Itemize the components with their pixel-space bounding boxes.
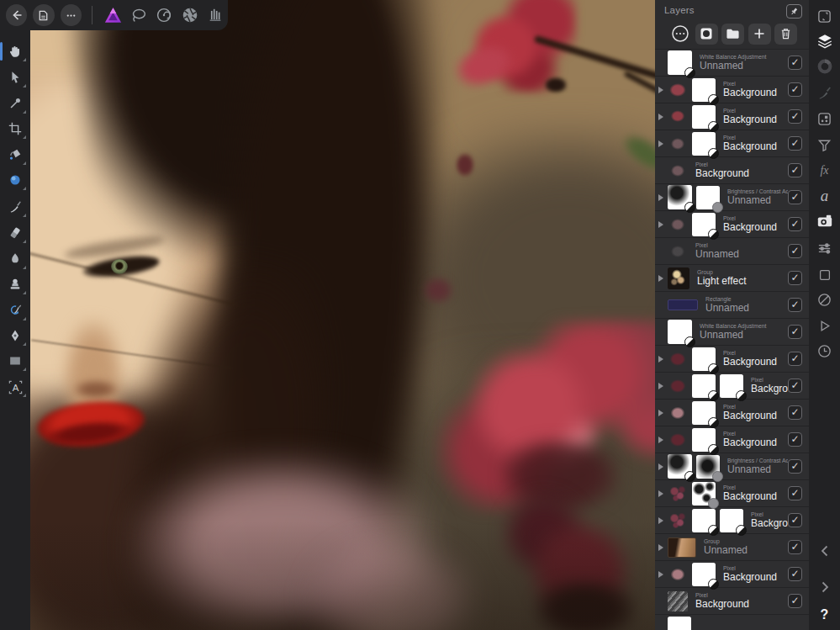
layer-thumbnail-mask[interactable] [668,617,691,630]
layer-visibility-checkbox[interactable]: ✓ [788,244,802,258]
layer-thumbnail-adj[interactable] [668,320,692,344]
layer-visibility-checkbox[interactable]: ✓ [788,109,802,124]
layer-row[interactable]: PixelBackground✓ [655,346,809,373]
gradient-tool[interactable] [3,169,27,191]
layer-row[interactable]: PixelBackground✓ [655,426,809,453]
swatches-icon[interactable] [809,108,840,130]
layer-row[interactable]: PixelBackground✓ [655,77,809,103]
layer-name[interactable]: Background [695,599,788,611]
layer-row[interactable]: GroupUnnamed✓ [655,534,809,561]
layers-panel-icon[interactable] [809,30,840,52]
layer-thumbnail-texture[interactable] [668,591,688,611]
layer-thumbnail-mask[interactable] [692,78,716,102]
adjustments-icon[interactable] [809,237,840,259]
burn-brush-tool[interactable] [3,248,27,270]
layer-name[interactable]: Background [723,141,788,153]
liquify-persona[interactable] [153,4,175,27]
fx-icon[interactable]: fx [809,160,840,182]
layer-thumbnail-blob-faintred[interactable] [668,214,688,235]
view-tool[interactable] [3,40,27,62]
layer-thumbnail-mask[interactable] [692,428,716,452]
layer-name[interactable]: Background [723,114,788,126]
color-picker-tool[interactable] [3,93,27,114]
expand-triangle-icon[interactable] [658,194,663,201]
layer-name[interactable]: Backgro... [751,384,788,395]
expand-triangle-icon[interactable] [658,490,663,497]
chevron-left-icon[interactable] [809,540,840,562]
layer-thumbnail-mask[interactable] [692,374,716,398]
layer-thumbnail-blob-darkred[interactable] [668,430,688,450]
color-wheel-icon[interactable] [809,56,840,77]
clone-tool[interactable] [3,273,27,295]
layer-thumbnail-group-portrait[interactable] [668,537,696,558]
layer-visibility-checkbox[interactable]: ✓ [788,352,802,366]
expand-triangle-icon[interactable] [658,544,663,551]
more-button[interactable] [61,4,82,26]
layer-visibility-checkbox[interactable]: ✓ [788,217,802,231]
expand-triangle-icon[interactable] [658,140,663,147]
layer-row[interactable]: White Balance AdjustmentUnnamed✓ [655,319,809,346]
layer-thumbnail-mask[interactable] [692,401,716,425]
selections-persona[interactable] [128,4,150,27]
layer-thumbnail-adj-blob[interactable] [668,454,692,479]
layer-visibility-checkbox[interactable]: ✓ [788,56,802,70]
layer-thumbnail-mask[interactable] [692,347,716,371]
crop-tool[interactable] [3,118,27,140]
expand-triangle-icon[interactable] [658,463,663,470]
photo-persona[interactable] [103,4,124,27]
filter-icon[interactable] [809,134,840,156]
typography-icon[interactable]: a [809,185,840,207]
layer-thumbnail-mask[interactable] [692,563,716,586]
add-layer-button[interactable] [748,24,771,45]
camera-icon[interactable] [809,210,840,232]
layer-visibility-checkbox[interactable]: ✓ [788,459,802,474]
layer-thumbnail-blob-red[interactable] [668,107,688,127]
layer-name[interactable]: Unnamed [727,195,788,207]
layer-thumbnail-mask-spots[interactable] [692,482,716,506]
layer-visibility-checkbox[interactable]: ✓ [788,594,802,608]
layer-visibility-checkbox[interactable]: ✓ [788,325,802,339]
layer-visibility-checkbox[interactable]: ✓ [788,136,802,151]
delete-layer-button[interactable] [774,24,797,45]
mask-button[interactable] [695,24,718,45]
layer-thumbnail-rect-navy[interactable] [668,299,698,310]
help-button[interactable]: ? [809,604,840,626]
layer-name[interactable]: Unnamed [704,545,788,557]
pin-icon[interactable] [786,4,802,19]
expand-triangle-icon[interactable] [658,437,663,443]
shape-tool[interactable] [3,350,27,372]
layer-row[interactable]: PixelBackground✓ [655,157,809,184]
pen-tool[interactable] [3,325,27,347]
text-tool[interactable]: A [3,376,27,398]
layer-row[interactable]: PixelBackgro...✓ [655,373,809,400]
layer-thumbnail-mask[interactable] [692,213,716,236]
no-entry-icon[interactable] [809,289,840,310]
layer-thumbnail-blob-ghost[interactable] [668,241,688,262]
layer-row[interactable]: PixelBackgro...✓ [655,507,809,534]
layer-name[interactable]: Background [695,168,788,180]
layer-thumbnail-mask[interactable] [692,509,716,532]
layer-row[interactable]: Brightness / Contrast Ad...Unnamed✓ [655,184,809,211]
layer-name[interactable]: Background [723,572,788,584]
paint-brush-tool[interactable] [3,196,27,218]
layer-thumbnail-blob-pink[interactable] [668,403,688,423]
layer-row[interactable]: PixelBackground✓ [655,561,809,588]
layer-row[interactable]: GroupLight effect✓ [655,265,809,292]
layer-thumbnail-blob-flowers[interactable] [668,511,688,531]
canvas[interactable] [30,0,655,630]
layer-thumbnail-adj[interactable] [668,50,692,75]
layer-visibility-checkbox[interactable]: ✓ [788,190,802,204]
layer-row[interactable]: Brightness / Contrast Ad...Unnamed✓ [655,453,809,480]
layer-thumbnail-blob-pink[interactable] [668,564,688,585]
layer-visibility-checkbox[interactable]: ✓ [788,567,802,581]
layer-row[interactable]: PixelBackground✓ [655,588,809,615]
move-tool[interactable] [3,66,27,88]
layer-name[interactable]: Backgro... [751,518,788,530]
brush-panel-icon[interactable] [809,82,840,103]
layer-visibility-checkbox[interactable]: ✓ [788,379,802,393]
layer-name[interactable]: Background [723,410,788,422]
group-button[interactable] [721,24,744,45]
expand-triangle-icon[interactable] [658,517,663,524]
layer-name[interactable]: Background [723,87,788,99]
history-icon[interactable] [809,340,840,362]
